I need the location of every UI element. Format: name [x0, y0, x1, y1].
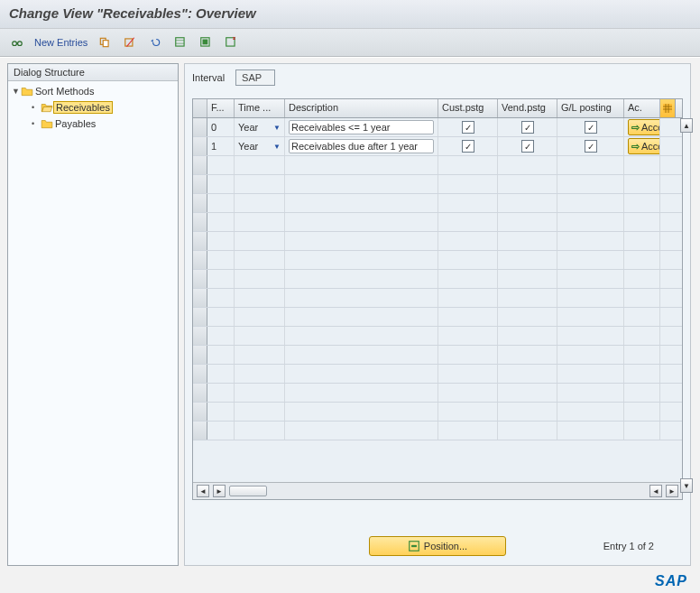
glasses-icon[interactable] [9, 34, 25, 51]
table-settings-icon[interactable] [660, 99, 676, 117]
empty-cell[interactable] [207, 156, 235, 174]
tree-item-receivables[interactable]: • Receivables [12, 99, 174, 116]
empty-cell[interactable] [235, 422, 285, 440]
empty-cell[interactable] [438, 365, 498, 383]
empty-cell[interactable] [438, 232, 498, 250]
row-selector[interactable] [193, 194, 207, 212]
checkbox[interactable]: ✓ [585, 140, 597, 153]
empty-cell[interactable] [557, 175, 624, 193]
deselect-all-icon[interactable] [223, 34, 239, 51]
empty-cell[interactable] [498, 156, 557, 174]
empty-cell[interactable] [438, 384, 498, 402]
cell-f[interactable]: 0 [207, 118, 235, 136]
row-selector[interactable] [193, 118, 207, 136]
empty-cell[interactable] [498, 270, 557, 288]
checkbox[interactable]: ✓ [462, 140, 474, 153]
scroll-right-icon[interactable]: ► [213, 485, 226, 497]
row-selector[interactable] [193, 213, 207, 231]
empty-cell[interactable] [557, 213, 624, 231]
empty-cell[interactable] [235, 270, 285, 288]
empty-cell[interactable] [285, 232, 438, 250]
checkbox[interactable]: ✓ [462, 121, 474, 134]
empty-cell[interactable] [557, 403, 624, 421]
scroll-left-end-icon[interactable]: ◄ [649, 485, 662, 497]
empty-cell[interactable] [285, 327, 438, 345]
empty-cell[interactable] [624, 365, 660, 383]
empty-cell[interactable] [235, 403, 285, 421]
empty-cell[interactable] [624, 251, 660, 269]
col-cust-pstg[interactable]: Cust.pstg [438, 99, 498, 117]
empty-cell[interactable] [438, 308, 498, 326]
row-selector[interactable] [193, 175, 207, 193]
empty-cell[interactable] [207, 270, 235, 288]
empty-cell[interactable] [557, 156, 624, 174]
empty-cell[interactable] [235, 232, 285, 250]
empty-cell[interactable] [235, 346, 285, 364]
scroll-left-icon[interactable]: ◄ [197, 485, 209, 497]
checkbox[interactable]: ✓ [585, 121, 597, 134]
empty-cell[interactable] [557, 289, 624, 307]
accounts-button[interactable]: ⇨Accc [628, 138, 660, 154]
row-selector[interactable] [193, 308, 207, 326]
empty-cell[interactable] [235, 213, 285, 231]
col-gl-posting[interactable]: G/L posting [557, 99, 624, 117]
empty-cell[interactable] [498, 346, 557, 364]
empty-cell[interactable] [438, 270, 498, 288]
undo-icon[interactable] [147, 34, 163, 51]
empty-cell[interactable] [557, 346, 624, 364]
scroll-down-icon[interactable]: ▼ [680, 478, 693, 493]
row-selector[interactable] [193, 289, 207, 307]
empty-cell[interactable] [207, 175, 235, 193]
col-f[interactable]: F... [207, 99, 235, 117]
tree-toggle-icon[interactable]: ▼ [12, 87, 21, 96]
empty-cell[interactable] [235, 194, 285, 212]
empty-cell[interactable] [207, 251, 235, 269]
tree-root[interactable]: ▼ Sort Methods [12, 83, 174, 99]
scroll-thumb[interactable] [229, 486, 267, 496]
cell-description[interactable]: Receivables <= 1 year [285, 118, 438, 136]
empty-cell[interactable] [557, 270, 624, 288]
empty-cell[interactable] [285, 156, 438, 174]
empty-cell[interactable] [207, 403, 235, 421]
empty-cell[interactable] [285, 365, 438, 383]
empty-cell[interactable] [438, 156, 498, 174]
vertical-scrollbar[interactable]: ▲ ▼ [679, 118, 694, 493]
empty-cell[interactable] [285, 289, 438, 307]
empty-cell[interactable] [624, 289, 660, 307]
empty-cell[interactable] [624, 403, 660, 421]
empty-cell[interactable] [438, 346, 498, 364]
row-selector-header[interactable] [193, 99, 207, 117]
select-all-icon[interactable] [172, 34, 189, 51]
cell-description[interactable]: Receivables due after 1 year [285, 137, 438, 155]
position-button[interactable]: Position... [369, 536, 506, 556]
cell-f[interactable]: 1 [207, 137, 235, 155]
empty-cell[interactable] [438, 327, 498, 345]
new-entries-button[interactable]: New Entries [34, 37, 88, 48]
empty-cell[interactable] [557, 327, 624, 345]
row-selector[interactable] [193, 384, 207, 402]
empty-cell[interactable] [498, 251, 557, 269]
cell-time[interactable]: Year▼ [235, 137, 285, 155]
row-selector[interactable] [193, 346, 207, 364]
empty-cell[interactable] [235, 365, 285, 383]
empty-cell[interactable] [285, 384, 438, 402]
empty-cell[interactable] [438, 251, 498, 269]
empty-cell[interactable] [624, 213, 660, 231]
empty-cell[interactable] [235, 308, 285, 326]
cell-time[interactable]: Year▼ [235, 118, 285, 136]
empty-cell[interactable] [557, 422, 624, 440]
empty-cell[interactable] [235, 327, 285, 345]
empty-cell[interactable] [498, 422, 557, 440]
empty-cell[interactable] [207, 308, 235, 326]
empty-cell[interactable] [207, 422, 235, 440]
empty-cell[interactable] [235, 156, 285, 174]
row-selector[interactable] [193, 270, 207, 288]
empty-cell[interactable] [498, 289, 557, 307]
delete-icon[interactable] [122, 34, 138, 51]
empty-cell[interactable] [624, 232, 660, 250]
empty-cell[interactable] [557, 308, 624, 326]
empty-cell[interactable] [207, 327, 235, 345]
empty-cell[interactable] [235, 251, 285, 269]
col-description[interactable]: Description [285, 99, 438, 117]
tree-item-payables[interactable]: • Payables [12, 116, 174, 132]
